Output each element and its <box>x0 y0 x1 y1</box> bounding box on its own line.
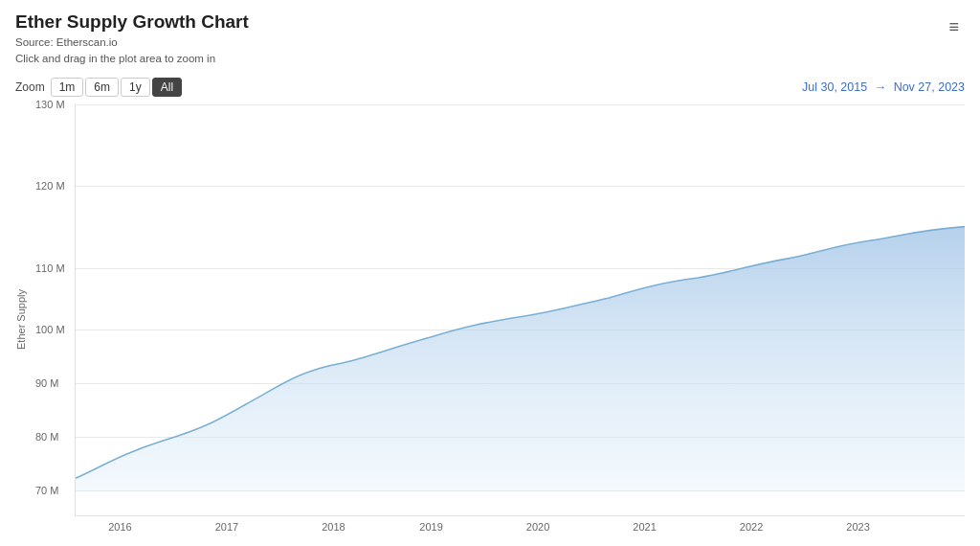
chart-header: Ether Supply Growth Chart Source: Ethers… <box>15 11 965 68</box>
date-range: Jul 30, 2015 → Nov 27, 2023 <box>802 80 965 94</box>
y-axis-label: Ether Supply <box>15 104 33 516</box>
menu-icon[interactable]: ≡ <box>943 15 965 39</box>
chart-svg <box>76 104 965 515</box>
zoom-label: Zoom <box>15 80 45 94</box>
y-label-100: 100 M <box>35 324 65 335</box>
zoom-1y-button[interactable]: 1y <box>121 78 150 97</box>
x-label-2023: 2023 <box>846 521 869 533</box>
x-label-2019: 2019 <box>419 521 442 533</box>
chart-area: Ether Supply 130 M 120 M 110 M 100 M <box>15 104 965 516</box>
y-label-130: 130 M <box>35 99 65 110</box>
y-label-120: 120 M <box>35 180 65 192</box>
date-arrow: → <box>875 80 887 94</box>
x-label-2017: 2017 <box>215 521 238 533</box>
zoom-6m-button[interactable]: 6m <box>85 78 119 97</box>
chart-source: Source: Etherscan.io Click and drag in t… <box>15 34 249 68</box>
header-left: Ether Supply Growth Chart Source: Ethers… <box>15 11 249 68</box>
controls-row: Zoom 1m 6m 1y All Jul 30, 2015 → Nov 27,… <box>15 78 965 97</box>
zoom-1m-button[interactable]: 1m <box>51 78 84 97</box>
zoom-group: Zoom 1m 6m 1y All <box>15 78 182 97</box>
x-label-2018: 2018 <box>322 521 345 533</box>
chart-title: Ether Supply Growth Chart <box>15 11 249 33</box>
zoom-all-button[interactable]: All <box>152 78 182 97</box>
date-start: Jul 30, 2015 <box>802 80 867 94</box>
date-end: Nov 27, 2023 <box>894 80 965 94</box>
y-label-70: 70 M <box>35 485 58 496</box>
x-label-2022: 2022 <box>740 521 763 533</box>
x-label-2021: 2021 <box>633 521 656 533</box>
page-container: Ether Supply Growth Chart Source: Ethers… <box>0 0 980 546</box>
chart-inner[interactable]: 130 M 120 M 110 M 100 M 90 M 80 M <box>75 104 965 516</box>
y-label-80: 80 M <box>35 431 58 443</box>
x-label-2016: 2016 <box>108 521 131 533</box>
y-label-110: 110 M <box>35 262 65 274</box>
y-label-90: 90 M <box>35 377 58 389</box>
x-label-2020: 2020 <box>526 521 549 533</box>
